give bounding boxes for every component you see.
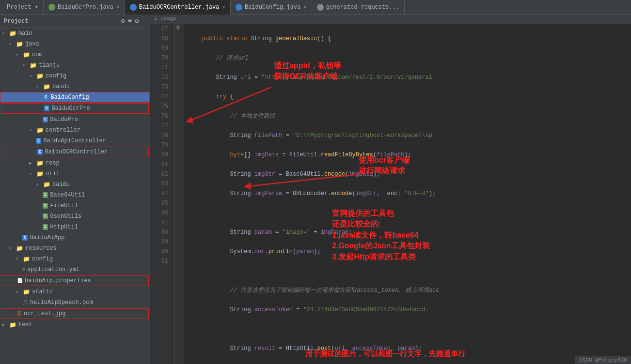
code-line-72: String filePath = "D:\\Myprogram\\spring… bbox=[188, 131, 627, 140]
chevron-test: ▶ bbox=[2, 322, 9, 328]
sidebar-icon-settings[interactable]: ⚙ bbox=[135, 17, 139, 25]
tab-baidupro-label: BaiduOcrPro.java bbox=[58, 4, 113, 11]
tab-baiduconfig-close[interactable]: ✕ bbox=[303, 4, 307, 10]
tree-baiduconfig[interactable]: C BaiduConfig bbox=[0, 92, 150, 103]
pcm-icon: 🎵 bbox=[22, 300, 28, 305]
editor-area: 1 usage 67 68 69 70 71 72 73 74 75 76 77… bbox=[150, 15, 631, 364]
tree-util[interactable]: ▾ 📁 util bbox=[0, 168, 150, 179]
tree-hello-pcm-label: helloAipSpeech.pcm bbox=[30, 299, 93, 306]
code-line-83: String result = HttpUtil.post(url, acces… bbox=[188, 344, 627, 353]
tree-baiduocrpro[interactable]: C BaiduOcrPro bbox=[1, 103, 149, 114]
code-line-74: String imgStr = Base64Util.encode(imgDat… bbox=[188, 169, 627, 179]
tree-base64util-label: Base64Util bbox=[50, 192, 85, 198]
tree-fileutil-label: FileUtil bbox=[50, 202, 78, 209]
tree-appyml[interactable]: ⚙ application.yml bbox=[0, 264, 150, 275]
folder-resources-icon: 📁 bbox=[16, 245, 23, 251]
chevron-tianju: ▾ bbox=[22, 62, 29, 68]
folder-res-config-icon: 📁 bbox=[22, 256, 30, 262]
sidebar-icon-minimize[interactable]: — bbox=[142, 17, 146, 25]
props-icon: 📄 bbox=[17, 278, 23, 284]
tree-hello-pcm[interactable]: 🎵 helloAipSpeech.pcm bbox=[0, 297, 150, 308]
chevron-controller: ▾ bbox=[29, 127, 36, 133]
tree-util-label: util bbox=[46, 170, 60, 177]
tree-baidu[interactable]: ▾ 📁 baidu bbox=[0, 81, 150, 92]
tree-main[interactable]: ▾ 📁 main bbox=[0, 28, 150, 39]
tree-gsonutils[interactable]: C GsonUtils bbox=[0, 211, 150, 222]
folder-main-icon: 📁 bbox=[9, 30, 16, 36]
tab-baidupro[interactable]: BaiduOcrPro.java ✕ bbox=[44, 0, 125, 15]
sidebar-icon-collapse[interactable]: ≡ bbox=[128, 17, 132, 25]
tree-baiduaiapp[interactable]: C BaiduAiApp bbox=[0, 232, 150, 243]
sidebar-title: Project bbox=[4, 18, 28, 25]
tab-baiduocr[interactable]: BaiduOCRController.java ✕ bbox=[125, 0, 231, 15]
tab-generated[interactable]: generated-requests... bbox=[312, 0, 405, 15]
code-line-71: // 本地文件路径 bbox=[188, 111, 627, 121]
folder-config-icon: 📁 bbox=[36, 73, 44, 79]
tree-resp-label: resp bbox=[46, 160, 60, 167]
chevron-config: ▾ bbox=[29, 73, 36, 79]
chevron-baidu: ▾ bbox=[36, 84, 43, 90]
tree-static[interactable]: ▾ 📁 static bbox=[0, 287, 150, 297]
sidebar-icon-scope[interactable]: ⊕ bbox=[121, 17, 125, 25]
code-line-78: System.out.println(param); bbox=[188, 247, 627, 257]
sidebar-header: Project ⊕ ≡ ⚙ — bbox=[0, 15, 150, 28]
code-line-75: String imgParam = URLEncoder.encode(imgS… bbox=[188, 189, 627, 198]
code-container: 67 68 69 70 71 72 73 74 75 76 77 78 79 8… bbox=[150, 24, 631, 364]
class-baiduapi-icon: C bbox=[36, 138, 41, 144]
tree-test[interactable]: ▶ 📁 test bbox=[0, 319, 150, 330]
bottom-bar: CSDN @Perley620 bbox=[575, 356, 631, 364]
tree-res-config[interactable]: ▾ 📁 config bbox=[0, 254, 150, 264]
tree-main-label: main bbox=[18, 30, 32, 37]
class-base64util-icon: C bbox=[43, 192, 48, 198]
code-line-82 bbox=[188, 324, 627, 334]
bottom-bar-label: CSDN @Perley620 bbox=[579, 357, 627, 363]
gutter: @ bbox=[174, 24, 184, 364]
tree-baiduaip-props[interactable]: 📄 baiduAip.properties bbox=[1, 275, 149, 286]
tree-fileutil[interactable]: C FileUtil bbox=[0, 200, 150, 211]
folder-resp-icon: 📁 bbox=[36, 160, 44, 166]
tree-baiduapi[interactable]: C BaiduApiController bbox=[0, 136, 150, 146]
tree-controller[interactable]: ▾ 📁 controller bbox=[0, 125, 150, 136]
tab-bar: Project ▾ BaiduOcrPro.java ✕ BaiduOCRCon… bbox=[0, 0, 631, 15]
tree-baidupro-label: BaiduPro bbox=[50, 116, 78, 123]
line-numbers: 67 68 69 70 71 72 73 74 75 76 77 78 79 8… bbox=[150, 24, 174, 364]
gutter-at: @ bbox=[176, 24, 180, 30]
tree-util-baidu[interactable]: ▾ 📁 baidu bbox=[0, 179, 150, 190]
tree-controller-label: controller bbox=[46, 127, 80, 134]
tree-ocr-test[interactable]: 🖼 ocr_test.jpg bbox=[1, 308, 149, 319]
code-content[interactable]: public static String generalBasic() { //… bbox=[184, 24, 631, 364]
tab-project-label: Project ▾ bbox=[7, 3, 38, 11]
folder-util-icon: 📁 bbox=[36, 171, 44, 177]
tree-resources[interactable]: ▾ 📁 resources bbox=[0, 243, 150, 254]
chevron-static: ▾ bbox=[16, 289, 22, 295]
tree-base64util[interactable]: C Base64Util bbox=[0, 190, 150, 200]
tree-tianju[interactable]: ▾ 📁 tianju bbox=[0, 60, 150, 71]
class-baiduaiapp-icon: C bbox=[22, 235, 28, 241]
tree-java[interactable]: ▾ 📁 java bbox=[0, 39, 150, 49]
sidebar[interactable]: Project ⊕ ≡ ⚙ — ▾ 📁 main ▾ 📁 java ▾ 📁 co… bbox=[0, 15, 150, 364]
tree-res-config-label: config bbox=[32, 256, 53, 262]
tree-config[interactable]: ▾ 📁 config bbox=[0, 71, 150, 81]
tab-baiduconfig[interactable]: BaiduConfig.java ✕ bbox=[231, 0, 312, 15]
tree-resp[interactable]: ▶ 📁 resp bbox=[0, 158, 150, 168]
tab-baiduocr-close[interactable]: ✕ bbox=[222, 4, 225, 10]
tree-baidu-label: baidu bbox=[52, 83, 70, 90]
code-line-68: // 请求url bbox=[188, 53, 627, 63]
tree-ocr-test-label: ocr_test.jpg bbox=[24, 310, 65, 317]
chevron-util-baidu: ▾ bbox=[36, 182, 43, 187]
main-layout: Project ⊕ ≡ ⚙ — ▾ 📁 main ▾ 📁 java ▾ 📁 co… bbox=[0, 15, 631, 364]
tree-tianju-label: tianju bbox=[39, 62, 60, 69]
baiduocr-icon bbox=[130, 4, 137, 11]
tree-baidupro[interactable]: C BaiduPro bbox=[0, 114, 150, 125]
code-line-67: public static String generalBasic() { bbox=[188, 34, 627, 44]
folder-static-icon: 📁 bbox=[22, 289, 30, 295]
tree-httputil[interactable]: C HttpUtil bbox=[0, 222, 150, 232]
tab-project[interactable]: Project ▾ bbox=[2, 0, 44, 15]
code-line-80: // 注意这里仅为了简化编码每一次请求都去获取access_token, 线上环… bbox=[188, 286, 627, 295]
tab-baidupro-close[interactable]: ✕ bbox=[116, 4, 120, 10]
class-httputil-icon: C bbox=[43, 224, 48, 230]
class-baiduocrpro-icon: C bbox=[44, 106, 49, 111]
baidupro-icon bbox=[48, 4, 55, 11]
tree-com[interactable]: ▾ 📁 com bbox=[0, 49, 150, 60]
tree-baiduocrctrl[interactable]: C BaiduOCRController bbox=[1, 147, 149, 157]
